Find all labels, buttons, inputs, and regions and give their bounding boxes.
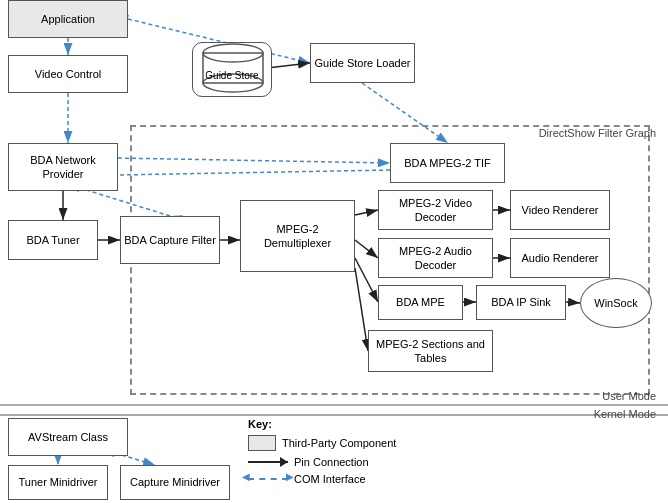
bda-capture-filter-box: BDA Capture Filter xyxy=(120,216,220,264)
key-pin-line xyxy=(248,461,288,463)
key-row-com: COM Interface xyxy=(248,473,396,485)
application-box: Application xyxy=(8,0,128,38)
key-pin-label: Pin Connection xyxy=(294,456,369,468)
directshow-label: DirectShow Filter Graph xyxy=(539,127,656,139)
svg-line-7 xyxy=(267,63,310,68)
tuner-minidriver-box: Tuner Minidriver xyxy=(8,465,108,500)
avstream-class-box: AVStream Class xyxy=(8,418,128,456)
bda-ip-sink-box: BDA IP Sink xyxy=(476,285,566,320)
video-control-box: Video Control xyxy=(8,55,128,93)
winsock-box: WinSock xyxy=(580,278,652,328)
bda-mpeg2-tif-box: BDA MPEG-2 TIF xyxy=(390,143,505,183)
architecture-diagram: DirectShow Filter Graph Application Vide… xyxy=(0,0,668,503)
guide-store-label: Guide Store xyxy=(205,69,258,82)
bda-tuner-box: BDA Tuner xyxy=(8,220,98,260)
video-renderer-box: Video Renderer xyxy=(510,190,610,230)
mpeg2-audio-decoder-box: MPEG-2 Audio Decoder xyxy=(378,238,493,278)
bda-mpe-box: BDA MPE xyxy=(378,285,463,320)
key-row-component: Third-Party Component xyxy=(248,435,396,451)
key-title: Key: xyxy=(248,418,396,430)
guide-store-loader-box: Guide Store Loader xyxy=(310,43,415,83)
mpeg2-demux-box: MPEG-2 Demultiplexer xyxy=(240,200,355,272)
key-box-sample xyxy=(248,435,276,451)
mpeg2-video-decoder-box: MPEG-2 Video Decoder xyxy=(378,190,493,230)
kernel-mode-label: Kernel Mode xyxy=(594,408,656,420)
capture-minidriver-box: Capture Minidriver xyxy=(120,465,230,500)
user-mode-label: User Mode xyxy=(602,390,656,402)
guide-store-box: Guide Store xyxy=(192,42,272,97)
key-component-label: Third-Party Component xyxy=(282,437,396,449)
mpeg2-sections-tables-box: MPEG-2 Sections and Tables xyxy=(368,330,493,372)
key-com-line xyxy=(248,478,288,480)
audio-renderer-box: Audio Renderer xyxy=(510,238,610,278)
key-area: Key: Third-Party Component Pin Connectio… xyxy=(248,418,396,490)
key-com-label: COM Interface xyxy=(294,473,366,485)
bda-network-provider-box: BDA Network Provider xyxy=(8,143,118,191)
key-row-pin: Pin Connection xyxy=(248,456,396,468)
